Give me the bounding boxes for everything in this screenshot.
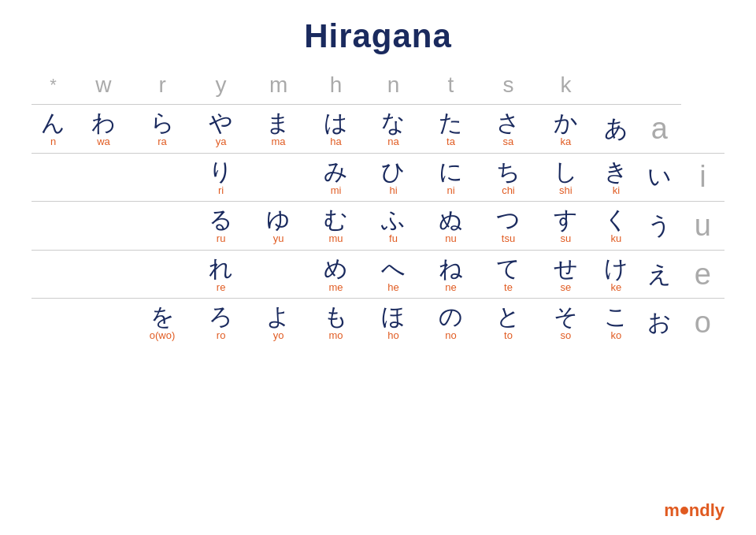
cell-r1-c1 — [132, 153, 192, 202]
cell-r2-c0 — [75, 202, 132, 251]
header-col-4: h — [307, 69, 365, 105]
cell-r1-c3 — [250, 153, 307, 202]
cell-r3-c1 — [132, 250, 192, 299]
header-col-5: n — [365, 69, 422, 105]
row-3-vowel-letter: e — [681, 250, 724, 299]
cell-r0-c7: たta — [422, 105, 480, 154]
cell-r3-c9: けke — [595, 250, 638, 299]
cell-r1-c2: りri — [192, 153, 250, 202]
cell-r0-c1: わwa — [75, 105, 132, 154]
cell-r2-c5: ふfu — [365, 202, 422, 251]
cell-r1-c6: にni — [422, 153, 480, 202]
row-4: をo(wo)ろroよyoもmoほhoのnoとtoそsoこkoおo — [32, 299, 724, 347]
row-0: んnわwaらraやyaまmaはhaなnaたtaさsaかkaあa — [32, 105, 724, 154]
row-1-first — [32, 153, 75, 202]
row-4-vowel-kana: お — [638, 299, 681, 347]
cell-r2-c2: るru — [192, 202, 250, 251]
mondly-logo: mndly — [664, 500, 724, 521]
cell-r2-c3: ゆyu — [250, 202, 307, 251]
cell-r4-c6: のno — [422, 299, 480, 347]
cell-r3-c0 — [75, 250, 132, 299]
header-col-1: r — [132, 69, 192, 105]
header-col-0: w — [75, 69, 132, 105]
header-col-8: k — [537, 69, 595, 105]
cell-r3-c5: へhe — [365, 250, 422, 299]
cell-r1-c8: しshi — [537, 153, 595, 202]
row-3: れreめmeへheねneてteせseけkeえe — [32, 250, 724, 299]
hiragana-table-container: *wrymhntskんnわwaらraやyaまmaはhaなnaたtaさsaかkaあ… — [0, 69, 756, 347]
cell-r4-c9: こko — [595, 299, 638, 347]
row-2-first — [32, 202, 75, 251]
cell-r4-c8: そso — [537, 299, 595, 347]
cell-r3-c7: てte — [480, 250, 537, 299]
cell-r3-c8: せse — [537, 250, 595, 299]
header-col-7: s — [480, 69, 537, 105]
cell-r4-c1: をo(wo) — [132, 299, 192, 347]
hiragana-table: *wrymhntskんnわwaらraやyaまmaはhaなnaたtaさsaかkaあ… — [32, 69, 724, 347]
row-1: りriみmiひhiにniちchiしshiきkiいi — [32, 153, 724, 202]
cell-r1-c4: みmi — [307, 153, 365, 202]
row-3-vowel-kana: え — [638, 250, 681, 299]
row-2-vowel-kana: う — [638, 202, 681, 251]
cell-r1-c7: ちchi — [480, 153, 537, 202]
cell-r2-c6: ぬnu — [422, 202, 480, 251]
cell-r0-c9: かka — [537, 105, 595, 154]
cell-r4-c0 — [75, 299, 132, 347]
cell-r1-c5: ひhi — [365, 153, 422, 202]
cell-r0-c8: さsa — [480, 105, 537, 154]
header-star: * — [32, 69, 75, 105]
cell-r3-c4: めme — [307, 250, 365, 299]
row-1-vowel-kana: い — [638, 153, 681, 202]
row-0-vowel-kana: あ — [595, 105, 638, 154]
row-4-first — [32, 299, 75, 347]
header-col-10 — [638, 69, 681, 105]
header-col-9 — [595, 69, 638, 105]
cell-r2-c8: すsu — [537, 202, 595, 251]
cell-r0-c2: らra — [132, 105, 192, 154]
cell-r0-c4: まma — [250, 105, 307, 154]
cell-r2-c7: つtsu — [480, 202, 537, 251]
logo-text: mndly — [664, 500, 724, 521]
row-0-vowel-letter: a — [638, 105, 681, 154]
cell-r1-c0 — [75, 153, 132, 202]
cell-r0-c5: はha — [307, 105, 365, 154]
cell-r1-c9: きki — [595, 153, 638, 202]
page-title: Hiragana — [0, 0, 756, 63]
cell-r4-c2: ろro — [192, 299, 250, 347]
header-col-2: y — [192, 69, 250, 105]
cell-r4-c5: ほho — [365, 299, 422, 347]
cell-r2-c4: むmu — [307, 202, 365, 251]
header-col-6: t — [422, 69, 480, 105]
row-3-first — [32, 250, 75, 299]
cell-r3-c2: れre — [192, 250, 250, 299]
cell-r4-c7: とto — [480, 299, 537, 347]
header-vowel-kana — [681, 69, 724, 105]
row-2: るruゆyuむmuふfuぬnuつtsuすsuくkuうu — [32, 202, 724, 251]
cell-r2-c9: くku — [595, 202, 638, 251]
cell-r4-c3: よyo — [250, 299, 307, 347]
cell-r0-c6: なna — [365, 105, 422, 154]
row-4-vowel-letter: o — [681, 299, 724, 347]
header-col-3: m — [250, 69, 307, 105]
cell-r3-c6: ねne — [422, 250, 480, 299]
cell-r3-c3 — [250, 250, 307, 299]
row-2-vowel-letter: u — [681, 202, 724, 251]
cell-r2-c1 — [132, 202, 192, 251]
cell-r0-c3: やya — [192, 105, 250, 154]
row-0-first: んn — [32, 105, 75, 154]
row-1-vowel-letter: i — [681, 153, 724, 202]
cell-r4-c4: もmo — [307, 299, 365, 347]
